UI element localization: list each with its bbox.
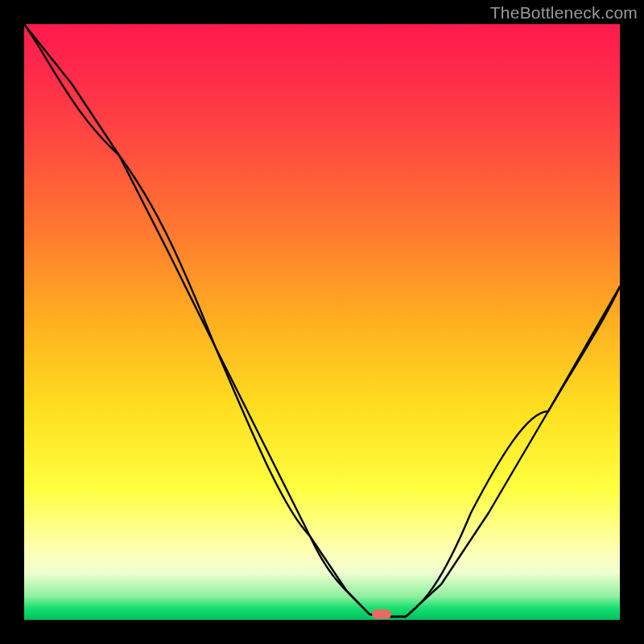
plot-area bbox=[24, 24, 620, 620]
bottleneck-curve bbox=[24, 24, 620, 620]
curve-polyline bbox=[24, 24, 620, 617]
optimum-marker bbox=[372, 609, 391, 619]
watermark-text: TheBottleneck.com bbox=[490, 3, 638, 23]
curve-path bbox=[24, 24, 620, 617]
chart-frame: TheBottleneck.com bbox=[0, 0, 644, 644]
